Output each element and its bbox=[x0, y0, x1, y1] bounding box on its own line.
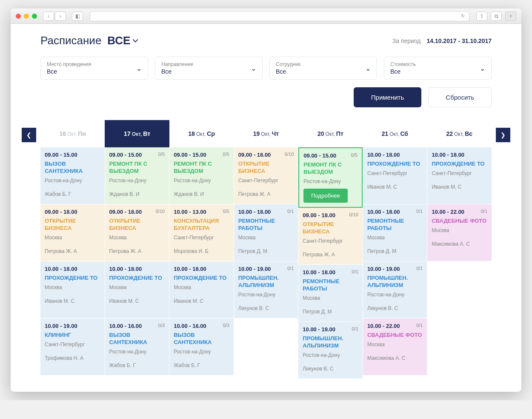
day-header[interactable]: 16Окт,Пн bbox=[40, 120, 105, 147]
card-time: 09.00 - 15.00 bbox=[303, 152, 358, 159]
card-time: 09.00 - 15.00 bbox=[45, 152, 100, 158]
reset-button[interactable]: Сбросить bbox=[428, 87, 492, 107]
event-card[interactable]: 10.00 - 19.00 0/1 ПРОМЫШЛЕН. АЛЬПИНИЗМ Р… bbox=[298, 322, 363, 379]
url-bar[interactable]: ↻ bbox=[90, 11, 469, 21]
event-card[interactable]: 10.00 - 22.00 0/1 СВАДЕБНЫЕ ФОТО Москва … bbox=[427, 204, 492, 261]
day-weekday: Вт bbox=[143, 130, 150, 137]
close-icon[interactable] bbox=[16, 14, 21, 19]
event-card[interactable]: 10.00 - 18.00 ПРОХОЖДЕНИЕ ТО Москва Иван… bbox=[169, 261, 234, 319]
filter-3[interactable]: Стоимость Все ⌄ bbox=[384, 57, 492, 80]
share-button[interactable]: ⇪ bbox=[476, 11, 487, 21]
browser-nav: ‹ › bbox=[43, 11, 66, 21]
day-month: Окт, bbox=[326, 131, 335, 137]
card-title: ВЫЗОВ САНТЕХНИКА bbox=[109, 332, 165, 346]
card-city: Ростов-на-Дону bbox=[367, 292, 423, 298]
scope-dropdown[interactable]: ВСЕ bbox=[107, 34, 138, 47]
event-card[interactable]: 10.00 - 19.00 0/1 ПРОМЫШЛЕН. АЛЬПИНИЗМ Р… bbox=[363, 261, 427, 319]
card-time: 10.00 - 16.00 bbox=[174, 323, 229, 329]
card-person: Жабов Б. Г bbox=[45, 191, 100, 197]
event-card[interactable]: 10.00 - 18.00 ПРОХОЖДЕНИЕ ТО Москва Иван… bbox=[40, 261, 105, 319]
day-header[interactable]: 20Окт,Пт bbox=[298, 120, 363, 147]
event-card[interactable]: 10.00 - 16.00 0/3 ВЫЗОВ САНТЕХНИКА Росто… bbox=[105, 319, 169, 376]
day-header[interactable]: 21Окт,Сб bbox=[363, 120, 427, 147]
event-card[interactable]: 09.00 - 18.00 0/10 ОТКРЫТИЕ БИЗНЕСА Санк… bbox=[298, 208, 363, 265]
card-city: Москва bbox=[109, 235, 165, 241]
event-card[interactable]: 09.00 - 15.00 ВЫЗОВ САНТЕХНИКА Ростов-на… bbox=[40, 147, 105, 204]
card-count: 0/1 bbox=[352, 326, 358, 331]
filter-0[interactable]: Место проведения Все ⌄ bbox=[40, 57, 148, 80]
tabs-button[interactable]: ⧉ bbox=[491, 11, 502, 21]
event-card[interactable]: 09.00 - 15.00 0/5 РЕМОНТ ПК С ВЫЕЗДОМ Ро… bbox=[105, 147, 169, 204]
event-card[interactable]: 09.00 - 18.00 0/10 ОТКРЫТИЕ БИЗНЕСА Санк… bbox=[234, 147, 298, 204]
event-card[interactable]: 10.00 - 22.00 0/1 СВАДЕБНЫЕ ФОТО Москва … bbox=[363, 319, 427, 376]
card-person: Иванов М. С bbox=[367, 184, 423, 190]
page-content: Расписание ВСЕ За период 14.10.2017 - 31… bbox=[11, 24, 521, 392]
card-city: Ростов-на-Дону bbox=[45, 178, 100, 184]
filter-2[interactable]: Сотрудник Все ⌄ bbox=[269, 57, 377, 80]
card-time: 10.00 - 18.00 bbox=[109, 266, 165, 272]
card-count: 0/3 bbox=[158, 323, 165, 328]
event-card[interactable]: 10.00 - 13.00 0/5 КОНСУЛЬТАЦИЯ БУХГАЛТЕР… bbox=[169, 204, 234, 261]
card-person: Петрова Ж. А bbox=[238, 191, 294, 197]
card-title: РЕМОНТНЫЕ РАБОТЫ bbox=[238, 218, 294, 232]
day-weekday: Чт bbox=[272, 130, 279, 137]
filter-actions: Применить Сбросить bbox=[40, 87, 492, 107]
day-header[interactable]: 22Окт,Вс bbox=[427, 120, 492, 147]
card-title: ОТКРЫТИЕ БИЗНЕСА bbox=[303, 221, 358, 235]
event-card[interactable]: 10.00 - 18.00 ПРОХОЖДЕНИЕ ТО Санкт-Петер… bbox=[363, 147, 427, 204]
event-card[interactable]: 10.00 - 18.00 0/1 РЕМОНТНЫЕ РАБОТЫ Москв… bbox=[234, 204, 298, 261]
filter-1[interactable]: Направление Все ⌄ bbox=[155, 57, 263, 80]
card-person: Петров Д. М bbox=[367, 248, 423, 254]
day-column: 09.00 - 15.00 ВЫЗОВ САНТЕХНИКА Ростов-на… bbox=[40, 147, 105, 379]
filter-value: Все bbox=[390, 68, 416, 75]
card-city: Ростов-на-Дону bbox=[238, 292, 294, 298]
chevron-down-icon: ⌄ bbox=[480, 64, 485, 72]
day-header[interactable]: 17Окт,Вт bbox=[105, 120, 169, 147]
day-month: Окт, bbox=[454, 131, 463, 137]
back-button[interactable]: ‹ bbox=[43, 11, 54, 21]
card-city: Ростов-на-Дону bbox=[174, 178, 229, 184]
card-time: 10.00 - 18.00 bbox=[45, 266, 100, 272]
period-value: 14.10.2017 - 31.10.2017 bbox=[426, 37, 492, 44]
apply-button[interactable]: Применить bbox=[354, 87, 422, 107]
card-title: ОТКРЫТИЕ БИЗНЕСА bbox=[109, 218, 165, 232]
day-header[interactable]: 19Окт,Чт bbox=[234, 120, 298, 147]
minimize-icon[interactable] bbox=[24, 14, 29, 19]
event-card[interactable]: 10.00 - 19.00 0/1 ПРОМЫШЛЕН. АЛЬПИНИЗМ Р… bbox=[234, 261, 298, 319]
filter-label: Направление bbox=[161, 61, 193, 67]
day-number: 17 bbox=[124, 130, 131, 137]
sidebar-toggle[interactable]: ◧ bbox=[72, 11, 83, 21]
event-card[interactable]: 09.00 - 18.00 0/10 ОТКРЫТИЕ БИЗНЕСА Моск… bbox=[105, 204, 169, 261]
event-card[interactable]: 10.00 - 18.00 0/1 РЕМОНТНЫЕ РАБОТЫ Москв… bbox=[363, 204, 427, 261]
event-card[interactable]: 10.00 - 19.00 КЛИНИНГ Санкт-Петербург Тр… bbox=[40, 319, 105, 376]
card-city: Санкт-Петербург bbox=[45, 342, 100, 347]
card-title: ПРОХОЖДЕНИЕ ТО bbox=[174, 275, 229, 282]
event-card[interactable]: 09.00 - 18.00 ОТКРЫТИЕ БИЗНЕСА Москва Пе… bbox=[40, 204, 105, 261]
new-tab-button[interactable]: + bbox=[505, 11, 516, 21]
card-time: 10.00 - 19.00 bbox=[238, 266, 294, 272]
page-header: Расписание ВСЕ За период 14.10.2017 - 31… bbox=[40, 24, 492, 47]
card-count: 0/1 bbox=[481, 209, 487, 214]
card-time: 10.00 - 18.00 bbox=[432, 152, 487, 158]
card-count: 0/5 bbox=[158, 152, 165, 157]
card-city: Ростов-на-Дону bbox=[174, 349, 229, 355]
event-card[interactable]: 10.00 - 16.00 0/3 ВЫЗОВ САНТЕХНИКА Росто… bbox=[169, 319, 234, 376]
event-card[interactable]: 10.00 - 18.00 0/1 РЕМОНТНЫЕ РАБОТЫ Москв… bbox=[298, 265, 363, 322]
card-count: 0/1 bbox=[352, 269, 358, 274]
prev-week-button[interactable]: ❮ bbox=[22, 128, 36, 142]
event-card[interactable]: 10.00 - 18.00 ПРОХОЖДЕНИЕ ТО Москва Иван… bbox=[105, 261, 169, 319]
card-time: 10.00 - 18.00 bbox=[367, 209, 423, 215]
card-person: Иванов М. С bbox=[45, 298, 100, 304]
card-time: 09.00 - 18.00 bbox=[45, 209, 100, 215]
day-header[interactable]: 18Окт,Ср bbox=[169, 120, 234, 147]
details-button[interactable]: Подробнее bbox=[303, 189, 347, 203]
next-week-button[interactable]: ❯ bbox=[496, 128, 510, 142]
event-card[interactable]: 09.00 - 15.00 0/5 РЕМОНТ ПК С ВЫЕЗДОМ Ро… bbox=[169, 147, 234, 204]
maximize-icon[interactable] bbox=[32, 14, 37, 19]
event-card[interactable]: 10.00 - 18.00 ПРОХОЖДЕНИЕ ТО Санкт-Петер… bbox=[427, 147, 492, 204]
day-month: Окт, bbox=[132, 131, 142, 137]
card-city: Санкт-Петербург bbox=[174, 235, 229, 241]
card-city: Москва bbox=[367, 235, 423, 241]
event-card[interactable]: 09.00 - 15.00 0/5 РЕМОНТ ПК С ВЫЕЗДОМ Ро… bbox=[298, 147, 363, 208]
forward-button[interactable]: › bbox=[55, 11, 66, 21]
